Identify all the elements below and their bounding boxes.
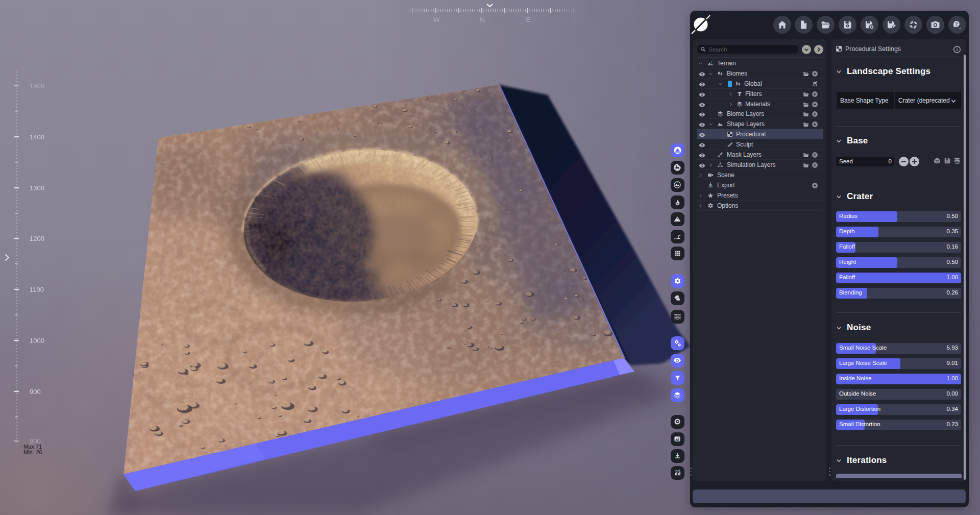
svg-text:1100: 1100 [30,286,44,293]
svg-text:W: W [433,16,440,23]
svg-text:900: 900 [30,388,41,396]
svg-text:1400: 1400 [30,133,44,141]
svg-text:S: S [572,16,576,23]
svg-text:N: N [480,16,485,23]
svg-text:1200: 1200 [30,235,44,242]
svg-text:1000: 1000 [30,337,44,345]
svg-text:Min -26: Min -26 [23,449,42,455]
svg-text:E: E [526,16,530,23]
svg-text:1300: 1300 [30,184,44,192]
svg-text:1500: 1500 [30,82,44,90]
